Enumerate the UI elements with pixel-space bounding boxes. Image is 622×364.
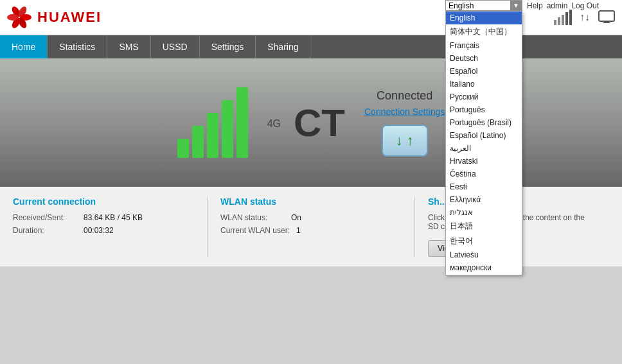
received-sent-value: 83.64 KB / 45 KB xyxy=(84,213,143,222)
page-header: HUAWEI ↑↓ xyxy=(0,0,622,35)
signal-bar-4 xyxy=(222,100,233,158)
lang-option[interactable]: 한국어 xyxy=(446,234,522,248)
lang-option[interactable]: Latviešu xyxy=(446,248,522,261)
download-arrow-icon: ↓ xyxy=(396,132,403,149)
signal-bar-1 xyxy=(177,139,189,158)
language-list: English简体中文（中国）FrançaisDeutschEspañolIta… xyxy=(446,12,522,275)
network-type: CT xyxy=(294,101,345,145)
svg-rect-8 xyxy=(603,22,610,23)
lang-option[interactable]: Français xyxy=(446,39,522,52)
lang-option[interactable]: Português (Brasil) xyxy=(446,116,522,129)
data-transfer-icon: ↑↓ xyxy=(580,12,590,23)
signal-bar-5 xyxy=(236,87,248,158)
upload-arrow-icon: ↑ xyxy=(407,132,414,149)
wlan-status-value: On xyxy=(291,213,301,222)
huawei-logo-icon xyxy=(6,4,32,30)
nav-sms[interactable]: SMS xyxy=(107,35,150,58)
lang-option[interactable]: 日本語 xyxy=(446,219,522,234)
svg-rect-6 xyxy=(599,11,614,21)
nav-sharing[interactable]: Sharing xyxy=(256,35,310,58)
connection-info: Connected Connection Settings ↓ ↑ xyxy=(364,89,445,157)
lang-option[interactable]: македонски xyxy=(446,261,522,274)
current-connection-title: Current connection xyxy=(13,196,181,207)
logo-text: HUAWEI xyxy=(37,9,102,26)
lang-option[interactable]: Русский xyxy=(446,91,522,103)
language-dropdown[interactable]: English简体中文（中国）FrançaisDeutschEspañolIta… xyxy=(445,11,522,275)
logo-area: HUAWEI xyxy=(6,4,102,30)
duration-row: Duration: 00:03:32 xyxy=(13,226,181,235)
lang-option[interactable]: Italiano xyxy=(446,78,522,91)
nav-settings[interactable]: Settings xyxy=(200,35,256,58)
lang-option[interactable]: العربية xyxy=(446,142,522,155)
svg-point-5 xyxy=(7,14,19,21)
bottom-panel: Current connection Received/Sent: 83.64 … xyxy=(0,187,622,266)
wlan-status-row: WLAN status: On xyxy=(220,213,389,222)
lang-option[interactable]: Português xyxy=(446,103,522,116)
current-user-value: 1 xyxy=(296,226,301,235)
current-user-label: Current WLAN user: xyxy=(220,226,290,235)
current-user-row: Current WLAN user: 1 xyxy=(220,226,389,235)
received-sent-row: Received/Sent: 83.64 KB / 45 KB xyxy=(13,213,181,222)
main-navigation: Home Statistics SMS USSD Settings Sharin… xyxy=(0,35,622,58)
wlan-status-title: WLAN status xyxy=(220,196,389,207)
duration-label: Duration: xyxy=(13,226,77,235)
divider-2 xyxy=(414,196,415,257)
divider-1 xyxy=(207,196,208,257)
current-connection-section: Current connection Received/Sent: 83.64 … xyxy=(13,196,194,257)
lang-option[interactable]: אנגלית xyxy=(446,206,522,219)
connection-settings-link[interactable]: Connection Settings xyxy=(364,107,445,117)
center-panel: 4G CT Connected Connection Settings ↓ ↑ xyxy=(0,58,622,187)
received-sent-label: Received/Sent: xyxy=(13,213,77,222)
lang-option[interactable]: Eesti xyxy=(446,180,522,193)
lang-option[interactable]: English xyxy=(446,12,522,24)
lang-option[interactable]: Ελληνικά xyxy=(446,193,522,206)
lang-option[interactable]: Español (Latino) xyxy=(446,129,522,142)
signal-bars-large xyxy=(177,87,248,158)
nav-ussd[interactable]: USSD xyxy=(151,35,200,58)
lang-option[interactable]: Română xyxy=(446,274,522,275)
signal-icons-header: ↑↓ xyxy=(554,10,616,26)
nav-statistics[interactable]: Statistics xyxy=(48,35,107,58)
header-right: ↑↓ xyxy=(554,10,616,26)
lang-option[interactable]: Español xyxy=(446,65,522,78)
monitor-icon xyxy=(598,10,616,26)
signal-bar-3 xyxy=(207,113,218,158)
wlan-status-section: WLAN status WLAN status: On Current WLAN… xyxy=(220,196,402,257)
lang-option[interactable]: Čeština xyxy=(446,168,522,180)
signal-strength-icon xyxy=(554,10,572,25)
wlan-status-label: WLAN status: xyxy=(220,213,285,222)
transfer-button[interactable]: ↓ ↑ xyxy=(382,125,428,157)
connection-status: Connected xyxy=(377,89,432,103)
duration-value: 00:03:32 xyxy=(84,226,114,235)
nav-home[interactable]: Home xyxy=(0,35,48,58)
svg-rect-7 xyxy=(604,21,609,22)
lang-option[interactable]: 简体中文（中国） xyxy=(446,24,522,39)
generation-label: 4G xyxy=(267,118,281,130)
lang-option[interactable]: Hrvatski xyxy=(446,155,522,168)
lang-option[interactable]: Deutsch xyxy=(446,52,522,65)
signal-bar-2 xyxy=(192,126,204,158)
